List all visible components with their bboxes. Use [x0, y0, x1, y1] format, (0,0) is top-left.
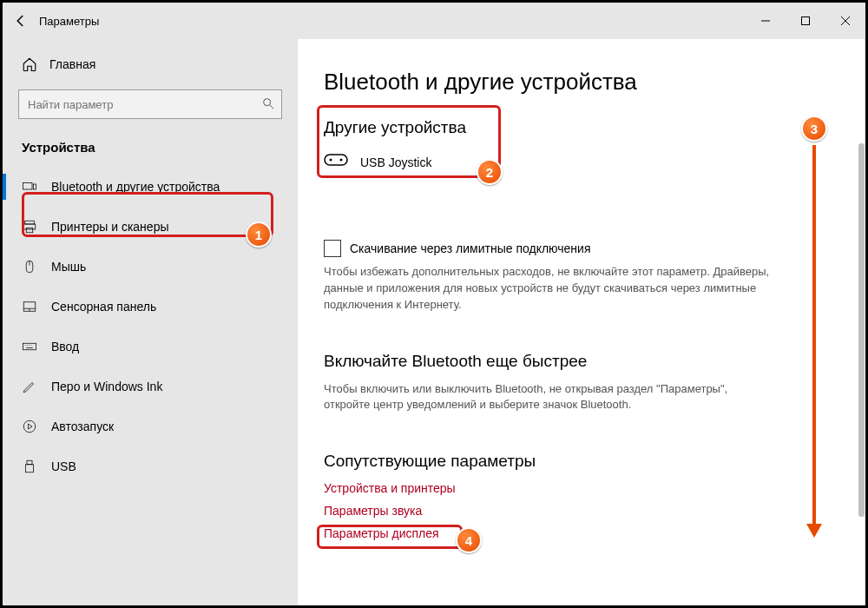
autoplay-icon — [22, 419, 37, 434]
home-icon — [22, 56, 37, 72]
sidebar: Главная Устройства Bluetooth и другие ус… — [3, 39, 298, 605]
devices-icon — [22, 179, 37, 195]
window-title: Параметры — [39, 15, 99, 28]
printer-icon — [22, 219, 37, 235]
svg-rect-16 — [23, 343, 36, 350]
svg-rect-9 — [23, 224, 36, 229]
search-input[interactable] — [18, 89, 282, 119]
sidebar-item-touchpad[interactable]: Сенсорная панель — [3, 287, 298, 327]
device-row[interactable]: USB Joystick — [324, 148, 839, 182]
svg-rect-8 — [25, 221, 35, 224]
svg-point-26 — [330, 159, 332, 162]
metered-description: Чтобы избежать дополнительных расходов, … — [324, 264, 775, 314]
metered-checkbox-label: Скачивание через лимитные подключения — [350, 241, 590, 255]
svg-point-27 — [340, 159, 343, 162]
content-area: Bluetooth и другие устройства Другие уст… — [298, 39, 865, 605]
svg-point-22 — [23, 420, 36, 433]
usb-icon — [22, 459, 37, 474]
svg-rect-24 — [26, 465, 34, 473]
page-title: Bluetooth и другие устройства — [324, 69, 839, 96]
scrollbar[interactable] — [858, 143, 865, 517]
close-button[interactable] — [825, 3, 865, 39]
maximize-button[interactable] — [786, 3, 825, 39]
sidebar-item-autoplay[interactable]: Автозапуск — [3, 406, 298, 446]
related-settings-header: Сопутствующие параметры — [324, 452, 839, 471]
sidebar-home-label: Главная — [49, 57, 95, 71]
svg-rect-7 — [34, 184, 36, 189]
metered-checkbox-row[interactable]: Скачивание через лимитные подключения — [324, 240, 839, 257]
search-box — [18, 89, 282, 119]
search-icon — [261, 96, 275, 114]
sidebar-home[interactable]: Главная — [3, 48, 298, 81]
back-button[interactable] — [3, 13, 39, 29]
link-devices-printers[interactable]: Устройства и принтеры — [324, 481, 839, 495]
quick-bluetooth-header: Включайте Bluetooth еще быстрее — [324, 352, 839, 371]
pen-icon — [22, 379, 37, 394]
titlebar: Параметры — [3, 3, 865, 39]
link-display-settings[interactable]: Параметры дисплея — [324, 526, 839, 540]
keyboard-icon — [22, 339, 37, 354]
sidebar-nav: Bluetooth и другие устройства Принтеры и… — [3, 167, 298, 486]
sidebar-item-typing[interactable]: Ввод — [3, 327, 298, 367]
touchpad-icon — [22, 299, 37, 314]
sidebar-item-label: Автозапуск — [51, 420, 114, 433]
gamepad-icon — [324, 151, 348, 174]
svg-rect-23 — [27, 460, 32, 465]
svg-point-4 — [264, 99, 271, 106]
other-devices-header: Другие устройства — [324, 118, 839, 137]
sidebar-section-title: Устройства — [3, 135, 298, 167]
sidebar-item-label: Сенсорная панель — [51, 300, 156, 314]
minimize-button[interactable] — [746, 3, 786, 39]
svg-rect-1 — [802, 17, 810, 25]
sidebar-item-label: Перо и Windows Ink — [51, 380, 162, 393]
sidebar-item-label: USB — [51, 459, 76, 473]
sidebar-item-bluetooth[interactable]: Bluetooth и другие устройства — [3, 167, 298, 207]
sidebar-item-usb[interactable]: USB — [3, 446, 298, 486]
svg-rect-25 — [325, 155, 347, 165]
sidebar-item-label: Принтеры и сканеры — [51, 220, 168, 234]
sidebar-item-label: Мышь — [51, 260, 86, 274]
svg-line-5 — [270, 105, 273, 109]
svg-rect-6 — [23, 183, 33, 190]
quick-bluetooth-desc: Чтобы включить или выключить Bluetooth, … — [324, 381, 775, 414]
sidebar-item-printers[interactable]: Принтеры и сканеры — [3, 207, 298, 247]
sidebar-item-pen[interactable]: Перо и Windows Ink — [3, 367, 298, 406]
device-name: USB Joystick — [360, 155, 431, 169]
sidebar-item-label: Ввод — [51, 340, 79, 354]
mouse-icon — [22, 259, 37, 274]
link-sound-settings[interactable]: Параметры звука — [324, 504, 839, 518]
svg-rect-10 — [26, 228, 33, 233]
sidebar-item-mouse[interactable]: Мышь — [3, 247, 298, 287]
checkbox-box[interactable] — [324, 240, 341, 257]
sidebar-item-label: Bluetooth и другие устройства — [51, 180, 220, 194]
